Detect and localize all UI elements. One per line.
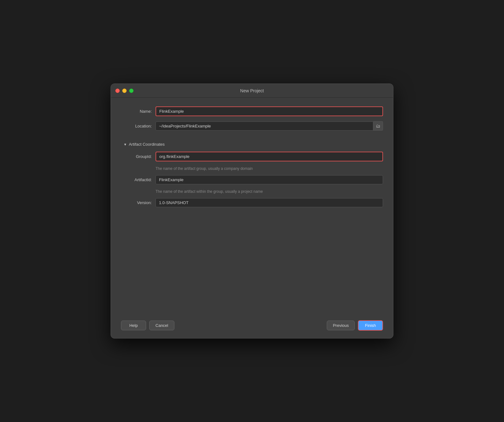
cancel-button[interactable]: Cancel [149, 321, 174, 330]
location-row: Location: 🗂 [121, 121, 383, 131]
artifactid-label: ArtifactId: [121, 177, 156, 182]
window-title: New Project [240, 88, 264, 93]
version-label: Version: [121, 200, 156, 205]
location-input[interactable] [156, 122, 373, 131]
content-spacer [121, 212, 383, 300]
footer-right-buttons: Previous Finish [327, 320, 383, 331]
title-bar: New Project [111, 84, 393, 98]
browse-button[interactable]: 🗂 [373, 121, 383, 131]
artifact-section: ▼ Artifact Coordinates GroupId: The name… [121, 142, 383, 207]
location-label: Location: [121, 124, 156, 128]
dialog-footer: Help Cancel Previous Finish [111, 315, 393, 338]
groupid-row: GroupId: [121, 152, 383, 161]
version-row: Version: [121, 198, 383, 207]
groupid-label: GroupId: [121, 154, 156, 159]
footer-left-buttons: Help Cancel [121, 321, 174, 330]
artifact-section-header: ▼ Artifact Coordinates [121, 142, 383, 147]
minimize-button[interactable] [122, 89, 127, 93]
name-row: Name: [121, 106, 383, 116]
folder-icon: 🗂 [376, 123, 380, 128]
name-input-wrapper [156, 106, 383, 116]
version-input-wrapper [156, 198, 383, 207]
chevron-down-icon: ▼ [123, 143, 127, 146]
previous-button[interactable]: Previous [327, 321, 355, 330]
dialog-body: Name: Location: 🗂 ▼ Artifact Coordinates [111, 98, 393, 309]
finish-button[interactable]: Finish [358, 320, 383, 331]
close-button[interactable] [115, 89, 120, 93]
artifactid-hint: The name of the artifact within the grou… [156, 189, 383, 194]
artifactid-input-wrapper [156, 175, 383, 184]
name-input[interactable] [156, 106, 383, 116]
name-label: Name: [121, 109, 156, 114]
artifactid-input[interactable] [156, 175, 383, 184]
location-input-wrapper: 🗂 [156, 121, 383, 131]
maximize-button[interactable] [129, 89, 134, 93]
groupid-input-wrapper [156, 152, 383, 161]
groupid-input[interactable] [156, 152, 383, 161]
traffic-lights [115, 89, 134, 93]
artifact-section-title: Artifact Coordinates [129, 142, 165, 147]
groupid-hint: The name of the artifact group, usually … [156, 166, 383, 171]
artifactid-row: ArtifactId: [121, 175, 383, 184]
help-button[interactable]: Help [121, 321, 146, 330]
new-project-dialog: New Project Name: Location: 🗂 ▼ [111, 84, 393, 338]
version-input[interactable] [156, 198, 383, 207]
